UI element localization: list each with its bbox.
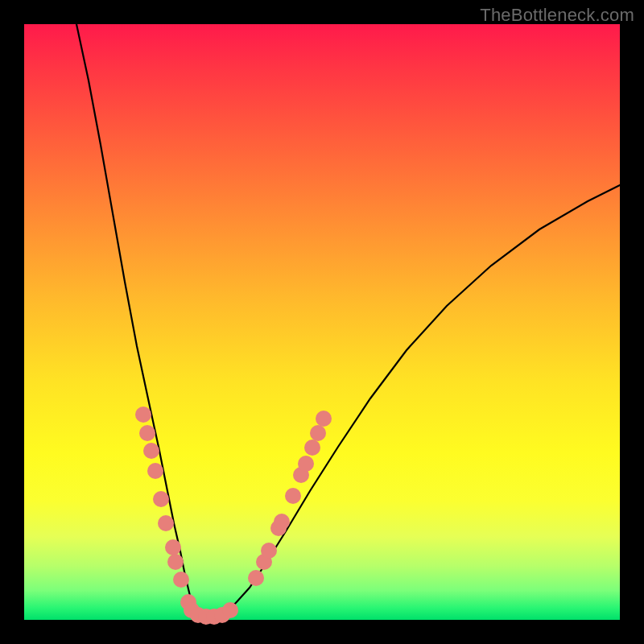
marker-dot [165,539,181,555]
marker-dot [248,570,264,586]
marker-dot [135,407,151,423]
plot-area [24,24,620,620]
marker-dot [153,491,169,507]
marker-dot [285,488,301,504]
marker-dot [261,543,277,559]
bottleneck-curve [76,24,620,616]
marker-dot [304,440,320,456]
marker-dot [167,554,184,570]
marker-dot [147,463,163,479]
marker-dot [139,425,155,441]
marker-dot [158,515,174,531]
marker-group [135,407,332,625]
marker-dot [222,602,238,618]
marker-dot [316,411,332,427]
marker-dot [298,456,314,472]
marker-dot [173,572,189,588]
marker-dot [310,425,326,441]
marker-dot [274,514,290,530]
chart-svg [24,24,620,620]
watermark-text: TheBottleneck.com [480,5,634,26]
marker-dot [143,443,159,459]
